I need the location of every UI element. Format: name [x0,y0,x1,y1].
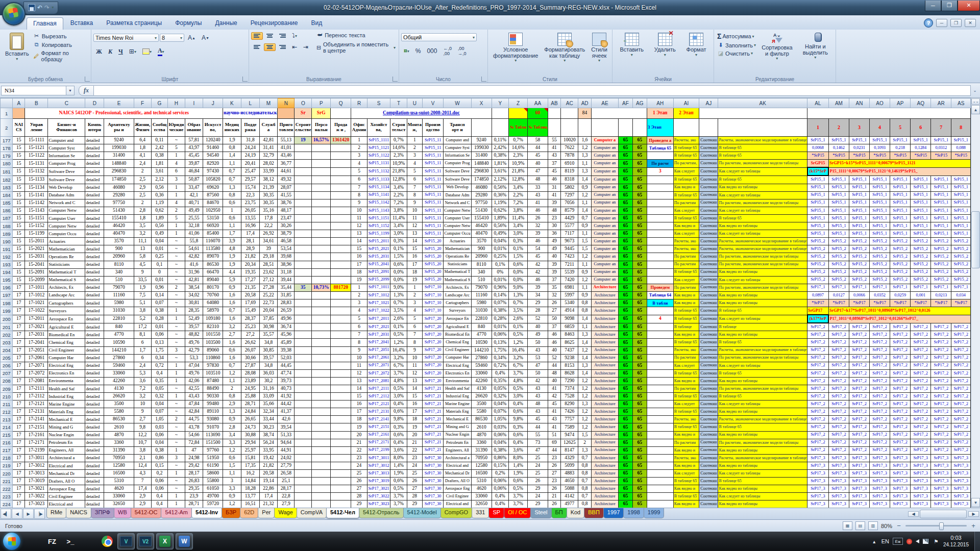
cell[interactable]: 3 [407,152,422,160]
font-name-select[interactable]: Times New Roi▾ [93,34,159,42]
row-header-209[interactable]: 209 [1,385,13,393]
cell[interactable]: 4142 [561,493,578,500]
wrap-text-button[interactable]: ⮨Перенос текста [315,31,397,39]
cell[interactable]: 27860 [471,354,492,362]
cell[interactable]: 2,9 [134,500,151,508]
cell[interactable]: 3,4% [509,184,528,191]
cell[interactable]: 31 [548,184,560,191]
cell[interactable] [591,108,647,119]
column-header-M[interactable]: M [259,98,278,108]
cell[interactable] [331,253,351,261]
hscroll-left-icon[interactable]: ◀ [908,511,919,517]
cell[interactable]: Как видно из таблицы [718,485,807,493]
row-header-205[interactable]: 205 [1,354,13,362]
cell[interactable] [295,346,312,354]
cell[interactable]: *SrP15 [911,152,931,160]
cell[interactable]: 23,47 [278,214,295,222]
cell[interactable]: 0,01% [492,323,508,331]
cell[interactable]: 9,0% [390,284,407,291]
cell[interactable]: 31,85 [278,291,295,299]
cell[interactable]: 30,98 [259,323,278,331]
cell[interactable]: 45,45 [185,152,203,160]
cell[interactable]: В таблице 65 [718,214,807,222]
cell[interactable]: SrP17_2 [931,339,951,346]
cell[interactable]: Surveyors [48,307,85,315]
cell[interactable]: 1 [168,315,185,323]
cell[interactable]: 7290 [561,377,578,385]
cell[interactable] [312,400,331,408]
cell[interactable]: По расчетам, экономические модели таблиц… [718,439,807,446]
cell[interactable]: 94,64 [278,439,295,446]
cell[interactable]: 0,6% [390,261,407,268]
cell[interactable] [312,144,331,152]
cell[interactable]: *SrP17 [931,299,951,307]
cell[interactable]: Соотнош [699,470,718,478]
cell[interactable] [295,454,312,462]
cell[interactable]: 4870 [104,431,134,439]
cell[interactable]: SrP15_1 [807,230,829,238]
cell[interactable]: 43 [528,393,548,400]
cell[interactable]: 17 [13,470,25,478]
cell[interactable]: 40 [548,253,560,261]
cell[interactable]: SrP17_3 [931,470,951,478]
cell[interactable]: 59460 [104,362,134,369]
cell[interactable]: SrP15_2099 [367,276,390,284]
cell[interactable]: 26,65 [241,416,259,423]
cell[interactable]: По расчетам, [673,160,699,168]
cell[interactable]: 0,9 [223,284,241,291]
formula-bar-expand-icon[interactable]: ⌄ [971,88,979,93]
select-all-corner[interactable] [1,98,13,108]
column-header-L[interactable]: L [241,98,259,108]
cell[interactable]: 1,1 [578,284,591,291]
cell[interactable]: 0,7 [223,362,241,369]
cell[interactable]: Проведем [647,284,673,291]
cell[interactable]: Соотнош [699,439,718,446]
cell[interactable]: 7 [407,184,422,191]
cell[interactable] [331,416,351,423]
cell[interactable]: SrP15_1 [849,230,869,238]
cell[interactable]: 21 [351,439,368,446]
cell[interactable]: 6,4 [134,137,151,144]
header-cell-W[interactable]: Транспорт и [444,119,471,137]
cell[interactable]: 0,5% [509,485,528,493]
cell[interactable]: 17 [13,284,25,291]
cell[interactable]: Как следует из таблицы [718,362,807,369]
cell[interactable]: 38,76 [278,199,295,207]
cell[interactable]: SrP17_2 [890,446,911,454]
header-cell-I[interactable]: Образование [185,119,203,137]
cell[interactable]: SrP15_1121 [367,144,390,152]
cell[interactable] [331,245,351,253]
cell[interactable]: Statisticians [48,261,85,268]
cell[interactable]: 1,2 [223,500,241,508]
cell[interactable]: 55 [548,137,560,144]
cell[interactable]: 45 [528,416,548,423]
cell[interactable] [312,253,331,261]
cell[interactable]: Web Develop [48,184,85,191]
cell[interactable]: В таблице 65 [673,176,699,184]
cell[interactable]: SrP15_1 [890,137,911,144]
cell[interactable]: *SrP15 [890,152,911,160]
cell[interactable]: 42,79 [185,346,203,354]
cell[interactable]: Electronics En [444,369,471,377]
cell[interactable]: SrP17_2 [931,393,951,400]
cell[interactable]: *SrP15 [807,152,829,160]
cell[interactable]: 0,8 [578,299,591,307]
row-header-181[interactable]: 181 [1,167,13,176]
cell[interactable]: 17 [13,377,25,385]
cell[interactable]: 28 [351,493,368,500]
cell[interactable]: SrP17_2 [951,408,971,416]
cell[interactable]: 0,25% [492,253,508,261]
cell[interactable]: SrP15_11 [422,176,443,184]
cell[interactable]: Как следует из таблицы [718,191,807,199]
cell[interactable]: 15 [13,245,25,253]
cell[interactable]: 6 [168,167,185,176]
cell[interactable] [312,393,331,400]
cell[interactable]: 6,7% [390,362,407,369]
cell[interactable]: 17-1012 [25,291,48,299]
cell[interactable]: 0,06% [492,331,508,339]
cell[interactable]: 36,74 [278,323,295,331]
cell[interactable]: Как видно и [673,446,699,454]
cell[interactable]: 102950 [203,207,223,214]
cell[interactable]: 32650 [471,500,492,508]
cell[interactable]: Расчеты, экономическое моделирование в т… [718,245,807,253]
